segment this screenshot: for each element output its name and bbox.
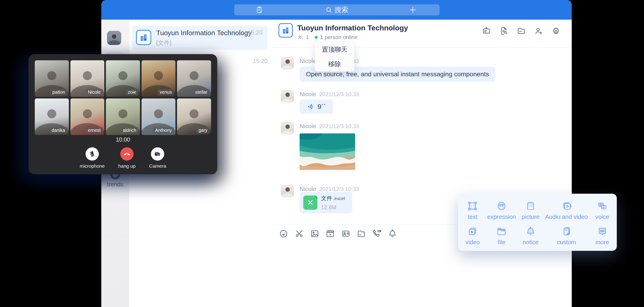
- online-dot: [315, 36, 318, 39]
- video-call-icon[interactable]: [372, 229, 382, 239]
- participant-tile[interactable]: stellar: [177, 60, 211, 97]
- sender-avatar[interactable]: [281, 90, 294, 103]
- feature-picture[interactable]: picture: [516, 198, 545, 223]
- participant-tile[interactable]: Nicole: [70, 60, 104, 97]
- conversation-item-selected[interactable]: Tuoyun Information Technology [文件] 15:20: [132, 25, 268, 50]
- sender-avatar[interactable]: [281, 122, 294, 135]
- feature-video[interactable]: video: [458, 223, 487, 249]
- picture-icon: [525, 201, 536, 212]
- sender-name: Nicole: [300, 123, 316, 130]
- file-size: 12.8M: [321, 204, 345, 211]
- search-icon: [326, 6, 332, 13]
- sender-avatar[interactable]: [281, 185, 294, 198]
- conversation-context-menu: 置顶聊天 移除: [315, 42, 354, 71]
- mic-off-icon: [88, 150, 96, 158]
- participant-tile[interactable]: zoie: [106, 60, 140, 97]
- notification-bell-icon[interactable]: [388, 229, 398, 239]
- expression-icon: [496, 201, 507, 212]
- add-icon[interactable]: [409, 6, 417, 15]
- participant-tile[interactable]: Anthony: [142, 98, 176, 135]
- microphone-mute-button[interactable]: [86, 147, 99, 161]
- feature-text[interactable]: text: [458, 198, 487, 223]
- menu-item-pin-chat[interactable]: 置顶聊天: [315, 42, 354, 57]
- sender-name: Nicole: [300, 91, 316, 98]
- online-status: 1 person online: [320, 34, 358, 40]
- excel-file-icon: ✕: [303, 196, 318, 210]
- custom-icon: [561, 226, 572, 237]
- hang-up-label: hang up: [118, 163, 136, 169]
- video-clip-icon[interactable]: [325, 229, 335, 239]
- camera-toggle-button[interactable]: [151, 147, 164, 161]
- feature-label: file: [498, 239, 506, 246]
- feature-file[interactable]: file: [487, 223, 516, 249]
- feature-custom[interactable]: custom: [545, 223, 588, 249]
- menu-item-remove[interactable]: 移除: [315, 57, 354, 71]
- voice-icon: [597, 201, 608, 212]
- call-timer: 10:00: [28, 136, 217, 143]
- group-notice-icon[interactable]: [482, 26, 491, 36]
- text-icon: [467, 201, 478, 212]
- message-time: 2021/12/3 10:33: [319, 91, 359, 97]
- image-message-beach[interactable]: [300, 133, 355, 170]
- building-icon: [282, 26, 290, 34]
- file-message-bubble[interactable]: ✕ 文件 .excel 12.8M: [300, 192, 352, 213]
- conversation-last-message: [文件]: [156, 39, 171, 47]
- participant-name: patton: [50, 89, 68, 95]
- feature-notice[interactable]: notice: [516, 223, 545, 249]
- voice-duration: 9``: [318, 103, 326, 111]
- conversation-title: Tuoyun Information Technology: [156, 29, 252, 37]
- participant-name: zoie: [126, 89, 138, 95]
- add-member-icon[interactable]: [534, 26, 544, 36]
- conversation-time: 15:20: [253, 57, 268, 65]
- feature-label: picture: [522, 213, 540, 220]
- nav-item-trends[interactable]: trends: [101, 181, 129, 188]
- voice-message-bubble[interactable]: 9``: [300, 100, 333, 114]
- folder-icon[interactable]: [356, 229, 366, 239]
- participant-name: Nicole: [86, 89, 103, 95]
- feature-expression[interactable]: expression: [487, 198, 516, 223]
- participant-tile[interactable]: gary: [177, 98, 211, 135]
- chat-record-search-icon[interactable]: [499, 26, 508, 36]
- contact-card-icon[interactable]: [341, 229, 351, 239]
- feature-label: Audio and video: [545, 213, 588, 220]
- group-avatar[interactable]: [278, 23, 293, 37]
- participant-name: aldrich: [120, 127, 138, 134]
- more-icon: [597, 226, 608, 237]
- feature-label: custom: [557, 239, 576, 246]
- hang-up-button[interactable]: [120, 147, 134, 161]
- participant-tile[interactable]: danika: [35, 98, 69, 135]
- participant-name: stellar: [193, 89, 210, 95]
- participant-tile[interactable]: patton: [35, 60, 69, 97]
- group-avatar: [136, 30, 151, 45]
- participant-tile[interactable]: venus: [142, 60, 176, 97]
- camera-control: Camera: [149, 147, 166, 169]
- hang-up-icon: [123, 150, 131, 158]
- feature-audio-video[interactable]: Audio and video: [545, 198, 588, 223]
- screenshot-scissors-icon[interactable]: [294, 229, 304, 239]
- picture-icon[interactable]: [310, 229, 320, 239]
- feature-voice[interactable]: voice: [588, 198, 617, 223]
- participant-grid: patton Nicole zoie venus stellar danika …: [35, 60, 211, 135]
- group-file-icon[interactable]: [516, 26, 526, 36]
- settings-gear-icon[interactable]: [551, 26, 561, 36]
- chat-title: Tuoyun Information Technology: [297, 24, 408, 32]
- microphone-control: microphone: [80, 147, 105, 169]
- sender-avatar[interactable]: [281, 57, 294, 70]
- user-avatar[interactable]: [107, 31, 121, 45]
- conversation-time: 15:20: [248, 29, 262, 36]
- feature-label: text: [468, 213, 477, 220]
- feature-label: more: [596, 239, 609, 246]
- feature-label: video: [466, 239, 480, 246]
- feature-more[interactable]: more: [588, 223, 617, 249]
- search-bar[interactable]: 搜索: [234, 4, 440, 15]
- camera-off-icon: [154, 150, 161, 158]
- audio-video-icon: [561, 201, 572, 212]
- top-bar: 搜索: [101, 0, 572, 20]
- message-time: 2021/12/3 10:33: [319, 186, 359, 192]
- emoji-icon[interactable]: [278, 229, 288, 239]
- participant-tile[interactable]: aldrich: [106, 98, 140, 135]
- file-extension: .excel: [333, 196, 345, 201]
- participant-name: danika: [50, 127, 68, 134]
- file-folder-icon: [496, 226, 507, 237]
- participant-tile[interactable]: ernest: [70, 98, 104, 135]
